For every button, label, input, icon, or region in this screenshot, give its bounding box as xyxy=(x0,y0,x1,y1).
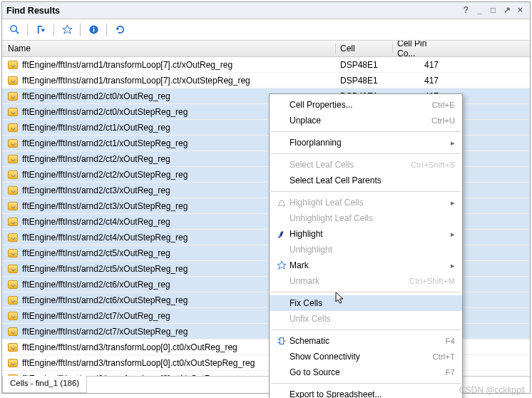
highlight-mark-icon[interactable] xyxy=(59,22,75,38)
cell-icon xyxy=(8,92,18,101)
cell-name-text: fftEngine/fftInst/arnd2/ct1/xOutReg_reg xyxy=(22,123,170,133)
cell-name-text: fftEngine/fftInst/arnd2/ct0/xOutReg_reg xyxy=(22,91,170,101)
menu-label: Unfix Cells xyxy=(290,314,455,324)
cell-icon xyxy=(8,296,18,305)
menu-label: Cell Properties... xyxy=(290,100,425,110)
menu-label: Select Leaf Cells xyxy=(290,160,404,170)
menu-item-cell-properties[interactable]: Cell Properties...Ctrl+E xyxy=(270,97,462,113)
svg-marker-2 xyxy=(62,25,71,34)
menu-shortcut: Ctrl+Shift+M xyxy=(409,277,455,285)
menu-item-highlight[interactable]: Highlight▸ xyxy=(270,226,462,242)
menu-item-unmark: UnmarkCtrl+Shift+M xyxy=(270,273,462,289)
watermark: CSDN @cckkppll xyxy=(459,385,525,395)
schem-icon xyxy=(274,336,290,346)
cell-name-text: fftEngine/fftInst/arnd2/ct1/xOutStepReg_… xyxy=(22,138,188,148)
collapse-icon[interactable] xyxy=(33,22,48,38)
help-icon[interactable]: ? xyxy=(461,5,471,16)
menu-label: Export to Spreadsheet... xyxy=(290,389,455,398)
float-icon[interactable]: ↗ xyxy=(501,5,512,16)
submenu-arrow-icon: ▸ xyxy=(451,198,455,208)
toolbar-sep xyxy=(106,24,107,36)
menu-shortcut: Ctrl+E xyxy=(432,101,455,109)
toolbar-sep xyxy=(53,24,54,36)
cell-icon xyxy=(8,312,18,320)
menu-separator xyxy=(271,330,461,330)
cell-icon xyxy=(8,170,18,179)
table-header[interactable]: Name Cell Cell Pin Co... xyxy=(2,41,530,57)
menu-label: Select Leaf Cell Parents xyxy=(290,175,455,185)
cell-name-text: fftEngine/fftInst/arnd1/transformLoop[7]… xyxy=(22,76,250,86)
menu-label: Highlight Leaf Cells xyxy=(290,198,451,208)
toolbar-sep xyxy=(80,24,81,36)
svg-marker-7 xyxy=(277,261,286,269)
cell-icon xyxy=(8,76,18,85)
menu-item-schematic[interactable]: SchematicF4 xyxy=(270,333,462,349)
cell-icon xyxy=(8,155,18,163)
menu-separator xyxy=(271,292,461,292)
menu-label: Schematic xyxy=(290,336,439,346)
menu-label: Unmark xyxy=(290,276,402,286)
menu-separator xyxy=(271,191,461,192)
close-icon[interactable]: × xyxy=(515,5,526,16)
context-menu[interactable]: Cell Properties...Ctrl+EUnplaceCtrl+UFlo… xyxy=(269,93,463,398)
cell-name-text: fftEngine/fftInst/arnd3/transformLoop[0]… xyxy=(22,374,237,377)
menu-separator xyxy=(271,131,461,132)
minimize-icon[interactable]: _ xyxy=(474,5,485,16)
cell-name-text: fftEngine/fftInst/arnd2/ct5/xOutReg_reg xyxy=(22,248,170,258)
menu-label: Unplace xyxy=(290,116,424,126)
cell-icon xyxy=(8,265,18,273)
svg-rect-8 xyxy=(280,338,283,345)
menu-item-show-connectivity[interactable]: Show ConnectivityCtrl+T xyxy=(270,349,462,364)
table-row[interactable]: fftEngine/fftInst/arnd1/transformLoop[7]… xyxy=(2,57,530,73)
menu-item-fix-cells[interactable]: Fix Cells xyxy=(270,295,462,311)
svg-rect-4 xyxy=(93,29,94,32)
column-name[interactable]: Name xyxy=(2,44,336,53)
cell-name-text: fftEngine/fftInst/arnd2/ct6/xOutReg_reg xyxy=(22,280,170,290)
cell-name-text: fftEngine/fftInst/arnd2/ct7/xOutStepReg_… xyxy=(22,327,188,337)
toolbar xyxy=(2,19,530,41)
info-icon[interactable] xyxy=(86,22,101,38)
menu-shortcut: Ctrl+T xyxy=(432,352,455,361)
menu-shortcut: F7 xyxy=(446,368,455,377)
menu-label: Fix Cells xyxy=(290,298,455,308)
cell-pin: 417 xyxy=(393,76,444,86)
cell-icon xyxy=(8,123,18,132)
submenu-arrow-icon: ▸ xyxy=(451,138,455,148)
cell-name-text: fftEngine/fftInst/arnd2/ct3/xOutReg_reg xyxy=(22,185,170,195)
menu-label: Floorplanning xyxy=(290,138,451,148)
menu-item-floorplanning[interactable]: Floorplanning▸ xyxy=(270,135,462,150)
menu-shortcut: Ctrl+Shift+S xyxy=(411,160,455,169)
cell-name-text: fftEngine/fftInst/arnd2/ct3/xOutStepReg_… xyxy=(22,201,188,211)
titlebar[interactable]: Find Results ? _ □ ↗ × xyxy=(2,2,530,19)
cell-icon xyxy=(8,280,18,289)
maximize-icon[interactable]: □ xyxy=(488,5,498,16)
menu-item-go-to-source[interactable]: Go to SourceF7 xyxy=(270,364,462,380)
menu-label: Unhighlight Leaf Cells xyxy=(290,213,455,223)
menu-separator xyxy=(271,383,461,384)
table-row[interactable]: fftEngine/fftInst/arnd1/transformLoop[7]… xyxy=(2,73,530,88)
cell-type: DSP48E1 xyxy=(336,76,393,86)
cell-icon xyxy=(8,202,18,210)
svg-rect-5 xyxy=(93,27,94,29)
menu-label: Highlight xyxy=(290,229,451,239)
cell-name-text: fftEngine/fftInst/arnd3/transformLoop[0]… xyxy=(22,342,237,352)
svg-point-0 xyxy=(10,26,16,31)
menu-item-unhighlight: Unhighlight xyxy=(270,242,462,257)
cell-icon xyxy=(8,186,18,195)
refresh-icon[interactable] xyxy=(112,22,128,38)
cell-name-text: fftEngine/fftInst/arnd2/ct2/xOutReg_reg xyxy=(22,154,170,164)
search-icon[interactable] xyxy=(6,22,22,38)
menu-label: Unhighlight xyxy=(290,245,455,255)
cell-icon xyxy=(8,359,18,367)
cell-icon xyxy=(8,374,18,377)
menu-item-unplace[interactable]: UnplaceCtrl+U xyxy=(270,113,462,128)
menu-label: Mark xyxy=(290,260,451,270)
column-cell[interactable]: Cell xyxy=(336,44,393,53)
column-pin[interactable]: Cell Pin Co... xyxy=(393,41,447,58)
menu-item-select-leaf-cell-parents[interactable]: Select Leaf Cell Parents xyxy=(270,173,462,188)
cell-icon xyxy=(8,249,18,257)
menu-item-mark[interactable]: Mark▸ xyxy=(270,257,462,273)
cell-icon xyxy=(8,233,18,242)
menu-item-export-to-spreadsheet[interactable]: Export to Spreadsheet... xyxy=(270,387,462,398)
tab-find-1[interactable]: Cells - find_1 (186) xyxy=(2,376,87,393)
